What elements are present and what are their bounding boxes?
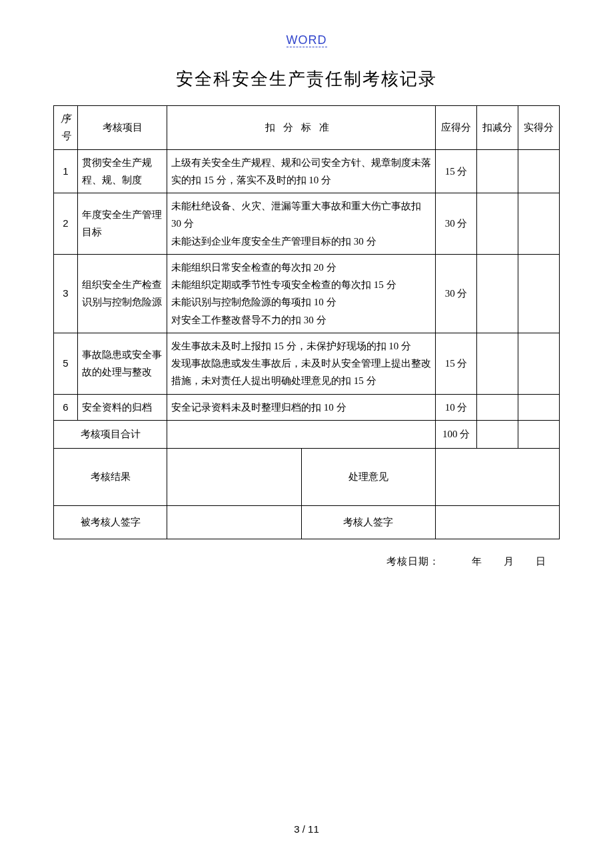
total-deduct: [477, 420, 518, 448]
row-criteria: 安全记录资料未及时整理归档的扣 10 分: [167, 394, 436, 420]
col-num-header: 序号: [54, 106, 78, 150]
signature-row: 被考核人签字 考核人签字: [54, 505, 560, 539]
examinee-blank: [167, 505, 302, 539]
table-row: 2 年度安全生产管理目标 未能杜绝设备、火灾、泄漏等重大事故和重大伤亡事故扣 3…: [54, 193, 560, 255]
row-num: 1: [54, 149, 78, 193]
row-actual: [518, 394, 560, 420]
header-link: WORD: [53, 33, 560, 47]
total-label: 考核项目合计: [54, 420, 167, 448]
col-actual-header: 实得分: [518, 106, 560, 150]
row-num: 6: [54, 394, 78, 420]
row-actual: [518, 333, 560, 394]
opinion-label: 处理意见: [301, 448, 436, 505]
result-row: 考核结果 处理意见: [54, 448, 560, 505]
table-row: 5 事故隐患或安全事故的处理与整改 发生事故未及时上报扣 15 分，未保护好现场…: [54, 333, 560, 394]
row-score: 30 分: [436, 193, 477, 255]
row-num: 5: [54, 333, 78, 394]
col-score-header: 应得分: [436, 106, 477, 150]
row-num: 2: [54, 193, 78, 255]
total-score: 100 分: [436, 420, 477, 448]
table-row: 6 安全资料的归档 安全记录资料未及时整理归档的扣 10 分 10 分: [54, 394, 560, 420]
table-row: 1 贯彻安全生产规程、规、制度 上级有关安全生产规程、规和公司安全方针、规章制度…: [54, 149, 560, 193]
row-score: 15 分: [436, 333, 477, 394]
total-blank: [167, 420, 436, 448]
row-criteria: 未能组织日常安全检查的每次扣 20 分 未能组织定期或季节性专项安全检查的每次扣…: [167, 254, 436, 333]
assessment-date: 考核日期： 年 月 日: [53, 555, 560, 568]
result-label: 考核结果: [54, 448, 167, 505]
assessment-table: 序号 考核项目 扣分标准 应得分 扣减分 实得分 1 贯彻安全生产规程、规、制度…: [53, 105, 560, 539]
table-header-row: 序号 考核项目 扣分标准 应得分 扣减分 实得分: [54, 106, 560, 150]
table-row: 3 组织安全生产检查识别与控制危险源 未能组织日常安全检查的每次扣 20 分 未…: [54, 254, 560, 333]
row-item: 年度安全生产管理目标: [78, 193, 167, 255]
row-deduct: [477, 394, 518, 420]
row-criteria: 发生事故未及时上报扣 15 分，未保护好现场的扣 10 分 发现事故隐患或发生事…: [167, 333, 436, 394]
row-actual: [518, 254, 560, 333]
row-score: 15 分: [436, 149, 477, 193]
row-score: 30 分: [436, 254, 477, 333]
row-deduct: [477, 149, 518, 193]
opinion-blank: [436, 448, 560, 505]
examinee-label: 被考核人签字: [54, 505, 167, 539]
row-item: 安全资料的归档: [78, 394, 167, 420]
examiner-blank: [436, 505, 560, 539]
row-criteria: 上级有关安全生产规程、规和公司安全方针、规章制度未落实的扣 15 分，落实不及时…: [167, 149, 436, 193]
row-item: 事故隐患或安全事故的处理与整改: [78, 333, 167, 394]
col-item-header: 考核项目: [78, 106, 167, 150]
row-criteria: 未能杜绝设备、火灾、泄漏等重大事故和重大伤亡事故扣 30 分 未能达到企业年度安…: [167, 193, 436, 255]
row-item: 组织安全生产检查识别与控制危险源: [78, 254, 167, 333]
page-title: 安全科安全生产责任制考核记录: [53, 67, 560, 91]
result-blank: [167, 448, 302, 505]
row-actual: [518, 193, 560, 255]
examiner-label: 考核人签字: [301, 505, 436, 539]
row-actual: [518, 149, 560, 193]
total-row: 考核项目合计 100 分: [54, 420, 560, 448]
row-item: 贯彻安全生产规程、规、制度: [78, 149, 167, 193]
row-deduct: [477, 254, 518, 333]
col-criteria-header: 扣分标准: [167, 106, 436, 150]
total-actual: [518, 420, 560, 448]
row-deduct: [477, 193, 518, 255]
col-deduct-header: 扣减分: [477, 106, 518, 150]
row-num: 3: [54, 254, 78, 333]
page-number: 3 / 11: [0, 823, 613, 835]
row-score: 10 分: [436, 394, 477, 420]
row-deduct: [477, 333, 518, 394]
word-link[interactable]: WORD: [287, 33, 327, 47]
